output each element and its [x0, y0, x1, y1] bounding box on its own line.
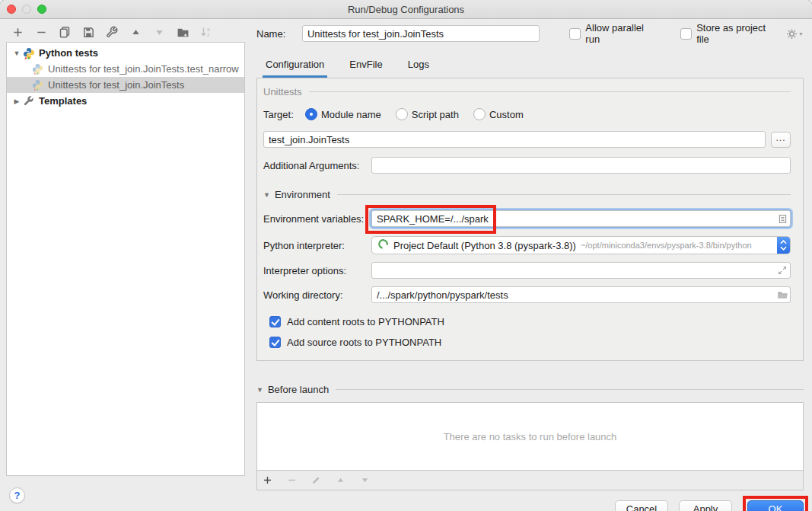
apply-button[interactable]: Apply	[679, 500, 732, 511]
radio-selected-icon[interactable]	[305, 108, 317, 120]
svg-text:z: z	[207, 32, 209, 37]
working-directory-field	[371, 286, 791, 303]
add-content-roots-checkbox[interactable]: Add content roots to PYTHONPATH	[269, 316, 791, 327]
folder-icon[interactable]	[775, 289, 790, 300]
edit-variables-icon[interactable]	[775, 214, 790, 224]
environment-section-header[interactable]: ▼ Environment	[263, 189, 791, 200]
close-window-button[interactable]	[7, 5, 16, 14]
new-folder-icon[interactable]	[176, 25, 189, 39]
radio-label: Custom	[489, 109, 524, 120]
wrench-icon	[23, 95, 35, 107]
minimize-window-button[interactable]	[22, 5, 31, 14]
unittests-group-title: Unittests	[263, 86, 302, 97]
add-content-roots-label: Add content roots to PYTHONPATH	[287, 316, 444, 327]
python-interpreter-select[interactable]: Project Default (Python 3.8 (pyspark-3.8…	[371, 236, 791, 254]
move-task-up-icon[interactable]	[333, 474, 347, 487]
target-custom-radio[interactable]: Custom	[473, 108, 524, 120]
tab-bar: Configuration EnvFile Logs	[264, 59, 804, 78]
checkbox-checked-icon[interactable]	[269, 337, 281, 348]
radio-label: Module name	[321, 109, 381, 120]
title-bar: Run/Debug Configurations	[0, 0, 812, 19]
add-source-roots-checkbox[interactable]: Add source roots to PYTHONPATH	[269, 337, 791, 348]
environment-variables-input[interactable]	[372, 213, 775, 225]
radio-icon[interactable]	[396, 108, 408, 120]
tree-item-python-tests[interactable]: ▼ Python tests	[7, 45, 244, 61]
target-module-name-radio[interactable]: Module name	[305, 108, 381, 120]
tree-item-label: Templates	[39, 95, 87, 107]
configurations-toolbar: az	[11, 24, 213, 40]
environment-section-title: Environment	[275, 189, 330, 200]
environment-variables-label: Environment variables:	[263, 213, 371, 225]
expand-field-icon[interactable]	[775, 266, 790, 275]
checkbox-icon[interactable]	[569, 28, 581, 40]
allow-parallel-run-label: Allow parallel run	[585, 22, 659, 45]
window-title: Run/Debug Configurations	[348, 4, 464, 15]
before-launch-task-list: There are no tasks to run before launch	[256, 402, 804, 471]
help-button[interactable]: ?	[9, 487, 25, 503]
copy-configuration-icon[interactable]	[58, 25, 72, 39]
save-configuration-icon[interactable]	[81, 25, 95, 39]
python-test-icon	[32, 79, 44, 91]
tree-item-label: Python tests	[39, 47, 98, 59]
python-test-icon	[32, 63, 44, 75]
working-directory-label: Working directory:	[263, 289, 371, 301]
target-input[interactable]	[264, 134, 765, 145]
python-interpreter-path: ~/opt/miniconda3/envs/pyspark-3.8/bin/py…	[581, 241, 777, 250]
target-script-path-radio[interactable]: Script path	[396, 108, 459, 120]
conda-environment-icon	[377, 238, 390, 252]
checkbox-icon[interactable]	[680, 28, 692, 40]
edit-task-icon[interactable]	[309, 474, 323, 487]
target-field	[263, 131, 766, 148]
allow-parallel-run-checkbox[interactable]: Allow parallel run	[569, 22, 659, 45]
chevron-down-icon[interactable]: ▼	[256, 386, 263, 394]
run-debug-configurations-dialog: Run/Debug Configurations az ▼ Pyt	[0, 0, 812, 511]
tab-configuration[interactable]: Configuration	[264, 59, 326, 78]
checkbox-checked-icon[interactable]	[269, 316, 281, 327]
interpreter-options-input[interactable]	[372, 265, 775, 276]
additional-arguments-label: Additional Arguments:	[263, 160, 371, 171]
environment-variables-field	[371, 210, 791, 227]
annotation-rectangle-ok: OK	[743, 496, 808, 511]
radio-icon[interactable]	[473, 108, 486, 120]
additional-arguments-input[interactable]	[372, 160, 790, 171]
name-input[interactable]	[302, 25, 540, 42]
interpreter-options-label: Interpreter options:	[263, 265, 371, 276]
chevron-right-icon[interactable]: ▶	[12, 97, 21, 105]
browse-button[interactable]: ...	[771, 132, 791, 148]
store-as-project-file-label: Store as project file	[696, 22, 779, 45]
remove-configuration-icon[interactable]	[34, 25, 48, 39]
move-up-icon[interactable]	[129, 25, 142, 39]
tab-envfile[interactable]: EnvFile	[348, 59, 384, 78]
tree-item-label: Unittests for test_join.JoinTests	[48, 79, 184, 91]
working-directory-input[interactable]	[372, 289, 775, 301]
remove-task-icon[interactable]	[285, 474, 298, 487]
ok-button[interactable]: OK	[747, 500, 804, 511]
configuration-panel: Unittests Target: Module name Script pat…	[256, 78, 804, 361]
name-label: Name:	[256, 28, 302, 40]
tree-item-unittests-jointests[interactable]: Unittests for test_join.JoinTests	[7, 77, 244, 93]
target-label: Target:	[263, 109, 300, 120]
dialog-footer: Cancel Apply OK	[256, 496, 804, 511]
before-launch-section-header[interactable]: ▼ Before launch	[256, 384, 804, 395]
move-down-icon[interactable]	[152, 25, 166, 39]
store-as-project-file-checkbox[interactable]: Store as project file	[680, 22, 779, 45]
empty-tasks-text: There are no tasks to run before launch	[444, 431, 617, 442]
configuration-editor: Name: Allow parallel run Store as projec…	[256, 24, 804, 511]
add-configuration-icon[interactable]	[11, 25, 24, 39]
move-task-down-icon[interactable]	[358, 474, 371, 487]
add-task-icon[interactable]	[260, 474, 274, 487]
sort-configurations-icon[interactable]: az	[199, 25, 213, 39]
chevron-down-icon[interactable]: ▼	[263, 191, 270, 199]
combo-spinner-icon[interactable]	[777, 237, 790, 254]
configurations-tree: ▼ Python tests Unittests for test_join.J…	[6, 42, 245, 476]
zoom-window-button[interactable]	[37, 5, 46, 14]
chevron-down-icon[interactable]: ▼	[12, 50, 21, 57]
tree-item-unittests-test-narrow[interactable]: Unittests for test_join.JoinTests.test_n…	[7, 61, 244, 77]
help-question-icon: ?	[14, 490, 21, 501]
tab-logs[interactable]: Logs	[406, 59, 431, 78]
store-options-gear-icon[interactable]: ▼	[786, 28, 804, 40]
edit-templates-icon[interactable]	[105, 25, 119, 39]
cancel-button[interactable]: Cancel	[615, 500, 668, 511]
tree-item-templates[interactable]: ▶ Templates	[7, 93, 244, 109]
svg-text:a: a	[207, 27, 210, 32]
